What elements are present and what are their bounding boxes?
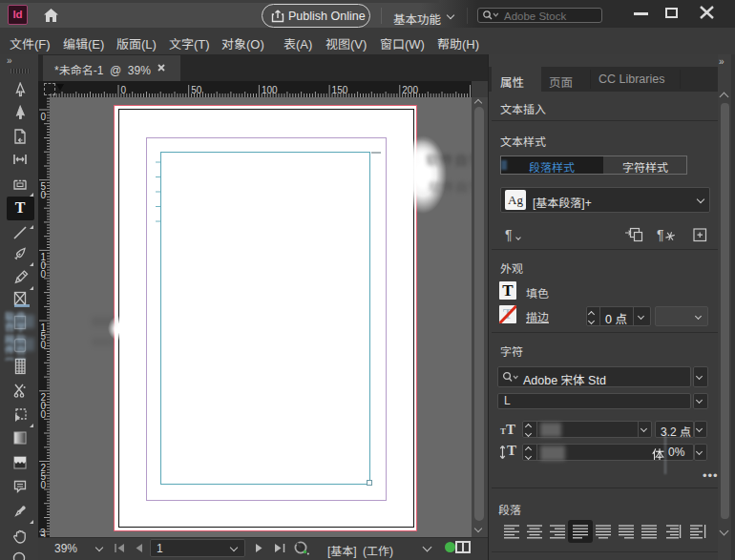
svg-text:150: 150 — [332, 85, 348, 95]
svg-text:0: 0 — [41, 409, 47, 420]
svg-text:0: 0 — [41, 480, 47, 490]
svg-text:0: 0 — [41, 112, 47, 122]
svg-text:0: 0 — [41, 190, 47, 200]
svg-text:3: 3 — [40, 528, 46, 537]
svg-text:0: 0 — [41, 340, 47, 350]
svg-text:0: 0 — [121, 85, 127, 95]
svg-text:0: 0 — [41, 269, 47, 280]
svg-text:200: 200 — [402, 85, 418, 95]
svg-text:50: 50 — [191, 85, 202, 95]
svg-text:100: 100 — [262, 85, 278, 95]
